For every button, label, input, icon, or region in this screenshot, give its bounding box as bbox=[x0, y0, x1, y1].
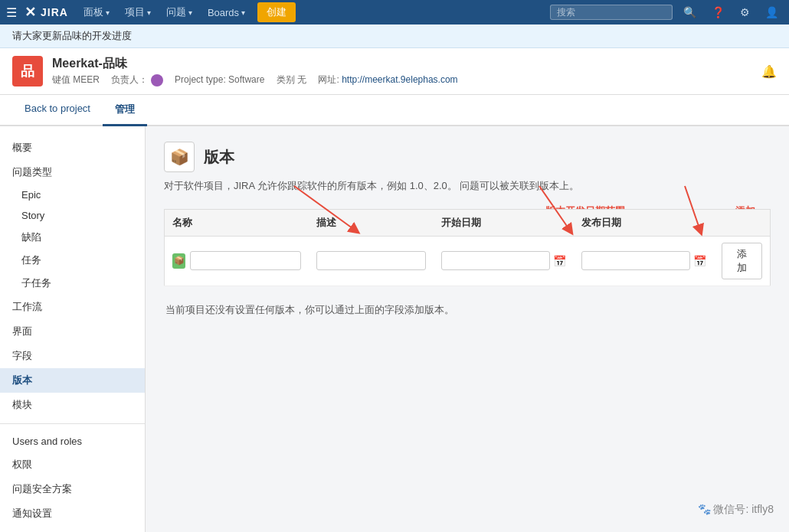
start-date-wrap: 25/四月/16 📅 bbox=[441, 251, 566, 270]
chevron-down-icon: ▾ bbox=[241, 8, 245, 17]
table-row: 📦 品味1.0.0 初始DEMO版 25/四月/16 📅 bbox=[165, 236, 771, 286]
chevron-down-icon: ▾ bbox=[147, 8, 151, 17]
col-name: 名称 bbox=[165, 209, 309, 236]
col-action bbox=[714, 209, 770, 236]
tab-back-to-project[interactable]: Back to project bbox=[12, 95, 103, 126]
type-label: Project type: bbox=[175, 74, 226, 85]
desc-input[interactable]: 初始DEMO版 bbox=[316, 251, 425, 270]
no-versions-message: 当前项目还没有设置任何版本，你可以通过上面的字段添加版本。 bbox=[164, 295, 771, 325]
col-desc: 描述 bbox=[309, 209, 433, 236]
hamburger-icon[interactable]: ☰ bbox=[6, 5, 17, 20]
chevron-down-icon: ▾ bbox=[106, 8, 110, 17]
version-icon: 📦 bbox=[172, 253, 185, 269]
add-version-button[interactable]: 添加 bbox=[722, 243, 762, 279]
main-layout: 概要 问题类型 Epic Story 缺陷 任务 子任务 工作流 界面 字段 版… bbox=[0, 126, 789, 532]
content-area: 📦 版本 对于软件项目，JIRA 允许你跟踪软件的所有版本，例如 1.0、2.0… bbox=[146, 126, 789, 532]
release-date-wrap: 1/八月/16 📅 bbox=[581, 251, 706, 270]
website-label: 网址: bbox=[318, 74, 339, 85]
notification-icon[interactable]: 🔔 bbox=[761, 64, 777, 79]
desc-cell: 初始DEMO版 bbox=[309, 236, 433, 286]
jira-icon: ✕ bbox=[25, 4, 36, 21]
sidebar-item-hipchat[interactable]: HipChat integration bbox=[0, 526, 145, 532]
announcement-bar: 请大家更新品味的开发进度 bbox=[0, 24, 789, 48]
settings-icon[interactable]: ⚙ bbox=[735, 6, 755, 18]
nav-boards[interactable]: 面板 ▾ bbox=[77, 0, 116, 24]
watermark-text: 微信号: itfly8 bbox=[713, 503, 774, 515]
category-value: 无 bbox=[297, 74, 306, 85]
nav-boards-menu[interactable]: Boards ▾ bbox=[201, 0, 251, 24]
create-button[interactable]: 创建 bbox=[257, 2, 296, 22]
sidebar-item-notifications[interactable]: 通知设置 bbox=[0, 501, 145, 526]
search-area: 🔍 ❓ ⚙ 👤 bbox=[550, 5, 783, 20]
sidebar-item-users-roles[interactable]: Users and roles bbox=[0, 430, 145, 452]
category-label: 类别 bbox=[277, 74, 295, 85]
watermark: 🐾 微信号: itfly8 bbox=[698, 503, 774, 517]
action-cell: 添加 bbox=[714, 236, 770, 286]
help-icon[interactable]: ❓ bbox=[707, 6, 729, 18]
col-release: 发布日期 bbox=[574, 209, 714, 236]
avatar[interactable]: 👤 bbox=[761, 6, 783, 18]
project-header: 品 Meerkat-品味 键值 MEER 负责人： Project type: … bbox=[0, 48, 789, 95]
project-name: Meerkat-品味 bbox=[52, 56, 752, 72]
sidebar-item-overview[interactable]: 概要 bbox=[0, 135, 145, 160]
sidebar-item-versions[interactable]: 版本 bbox=[0, 368, 145, 393]
sidebar-item-story[interactable]: Story bbox=[0, 205, 145, 226]
versions-icon: 📦 bbox=[164, 142, 195, 172]
project-avatar: 品 bbox=[12, 56, 43, 86]
owner-avatar bbox=[151, 74, 163, 86]
key-value: MEER bbox=[73, 74, 100, 85]
col-start: 开始日期 bbox=[434, 209, 574, 236]
sidebar-item-screens[interactable]: 界面 bbox=[0, 319, 145, 344]
project-info: Meerkat-品味 键值 MEER 负责人： Project type: So… bbox=[52, 56, 752, 86]
jira-text: JIRA bbox=[41, 6, 68, 18]
announcement-text: 请大家更新品味的开发进度 bbox=[12, 30, 132, 41]
sidebar-item-issue-types[interactable]: 问题类型 bbox=[0, 160, 145, 184]
sidebar-item-workflow[interactable]: 工作流 bbox=[0, 295, 145, 319]
watermark-icon: 🐾 bbox=[698, 503, 711, 515]
nav-issues[interactable]: 问题 ▾ bbox=[160, 0, 198, 24]
name-cell: 📦 品味1.0.0 bbox=[165, 236, 309, 286]
search-input[interactable] bbox=[550, 5, 673, 20]
sidebar-item-fields[interactable]: 字段 bbox=[0, 344, 145, 368]
start-calendar-icon[interactable]: 📅 bbox=[553, 255, 566, 267]
sidebar-item-security[interactable]: 问题安全方案 bbox=[0, 477, 145, 501]
key-label: 键值 bbox=[52, 74, 70, 85]
sidebar-item-task[interactable]: 任务 bbox=[0, 249, 145, 272]
sidebar-divider bbox=[0, 423, 145, 424]
nav-projects[interactable]: 项目 ▾ bbox=[119, 0, 157, 24]
top-nav: ☰ ✕ JIRA 面板 ▾ 项目 ▾ 问题 ▾ Boards ▾ 创建 🔍 ❓ … bbox=[0, 0, 789, 24]
release-calendar-icon[interactable]: 📅 bbox=[693, 255, 706, 267]
start-date-input[interactable]: 25/四月/16 bbox=[441, 251, 550, 270]
name-input[interactable]: 品味1.0.0 bbox=[190, 251, 301, 270]
owner-label: 负责人： bbox=[111, 74, 148, 85]
sidebar: 概要 问题类型 Epic Story 缺陷 任务 子任务 工作流 界面 字段 版… bbox=[0, 126, 146, 532]
tab-bar: Back to project 管理 bbox=[0, 95, 789, 126]
website-link[interactable]: http://meerkat.9elephas.com bbox=[342, 74, 457, 85]
sidebar-item-bug[interactable]: 缺陷 bbox=[0, 226, 145, 249]
page-title: 版本 bbox=[204, 147, 234, 168]
page-description: 对于软件项目，JIRA 允许你跟踪软件的所有版本，例如 1.0、2.0。 问题可… bbox=[164, 178, 771, 194]
release-date-cell: 1/八月/16 📅 bbox=[574, 236, 714, 286]
project-meta: 键值 MEER 负责人： Project type: Software 类别 无… bbox=[52, 73, 752, 86]
type-value: Software bbox=[228, 74, 264, 85]
versions-table-wrapper: 名称 描述 开始日期 发布日期 📦 品味1.0.0 初始D bbox=[164, 209, 771, 286]
sidebar-item-permissions[interactable]: 权限 bbox=[0, 452, 145, 477]
start-date-cell: 25/四月/16 📅 bbox=[434, 236, 574, 286]
versions-table: 名称 描述 开始日期 发布日期 📦 品味1.0.0 初始D bbox=[164, 209, 771, 286]
search-icon[interactable]: 🔍 bbox=[679, 6, 701, 18]
sidebar-item-epic[interactable]: Epic bbox=[0, 184, 145, 205]
content-header: 📦 版本 bbox=[164, 142, 771, 172]
table-header-row: 名称 描述 开始日期 发布日期 bbox=[165, 209, 771, 236]
sidebar-item-subtask[interactable]: 子任务 bbox=[0, 272, 145, 295]
sidebar-item-components[interactable]: 模块 bbox=[0, 393, 145, 417]
tab-manage[interactable]: 管理 bbox=[103, 95, 147, 126]
release-date-input[interactable]: 1/八月/16 bbox=[581, 251, 690, 270]
logo: ✕ JIRA bbox=[25, 4, 68, 21]
chevron-down-icon: ▾ bbox=[188, 8, 192, 17]
